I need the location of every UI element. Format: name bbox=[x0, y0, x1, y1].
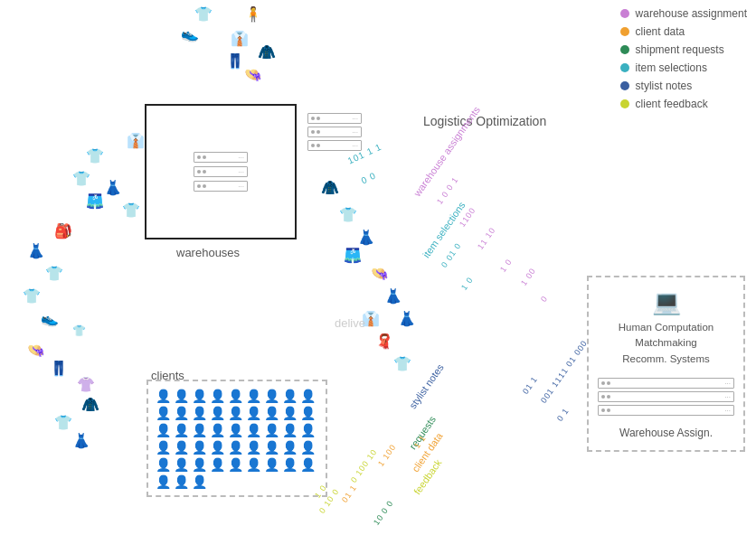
person-icon: 👤 bbox=[192, 423, 207, 437]
hc-server-1: ··· bbox=[598, 378, 734, 389]
mid-clothing-6: 👗 bbox=[384, 289, 402, 304]
binary-9: 0 01 0 bbox=[439, 241, 463, 269]
server-dot bbox=[203, 184, 206, 188]
server-dot bbox=[197, 170, 201, 174]
legend-dot-shipment bbox=[620, 45, 629, 54]
person-icon: 👤 bbox=[246, 389, 261, 403]
diag-stylist-notes: stylist notes bbox=[407, 361, 446, 410]
person-icon: 👤 bbox=[156, 423, 171, 437]
binary-12: 001 1111 01 000 bbox=[539, 338, 590, 404]
clothing-item: 🩳 bbox=[86, 194, 104, 209]
legend: warehouse assignment client data shipmen… bbox=[620, 7, 747, 110]
clients-label: clients bbox=[151, 369, 184, 382]
server-dot bbox=[197, 184, 201, 188]
legend-item-warehouse-assignment: warehouse assignment bbox=[620, 7, 747, 20]
person-icon: 👤 bbox=[264, 423, 279, 437]
clothing-item10: 👖 bbox=[50, 361, 68, 376]
binary-11: 01 1 bbox=[521, 374, 540, 395]
clothing-icon-3: 👟 bbox=[181, 27, 199, 42]
server-row-3: ··· bbox=[194, 181, 248, 192]
binary-5: 11 10 bbox=[476, 226, 497, 251]
legend-dot-warehouse bbox=[620, 9, 629, 18]
person-icon: 👤 bbox=[210, 440, 225, 455]
warehouse-assign-label: Warehouse Assign. bbox=[589, 427, 743, 439]
server-row-2: ··· bbox=[194, 166, 248, 177]
logistics-label: Logistics Optimization bbox=[423, 114, 546, 128]
person-icon: 👤 bbox=[282, 406, 298, 420]
person-icon: 👤 bbox=[282, 389, 298, 403]
legend-dot-item-selections bbox=[620, 63, 629, 72]
clothing-item5: 👕 bbox=[45, 267, 63, 281]
warehouse-label: warehouses bbox=[176, 246, 240, 259]
clothing-item13: 👕 bbox=[54, 416, 72, 430]
hc-box: 💻 Human Computation Matchmaking Recomm. … bbox=[587, 276, 745, 452]
mid-clothing-1: 🧥 bbox=[321, 181, 339, 195]
clothing-item11: 👚 bbox=[77, 378, 95, 392]
person-icon: 👤 bbox=[210, 406, 225, 420]
binary-10: 1 0 bbox=[459, 275, 475, 291]
person-icon: 👤 bbox=[300, 389, 316, 403]
legend-label-item-selections: item selections bbox=[636, 61, 707, 74]
hc-server-group: ··· ··· ··· bbox=[598, 378, 734, 416]
person-icon: 👤 bbox=[228, 440, 243, 455]
legend-label-client-data: client data bbox=[636, 25, 685, 38]
person-icon: 👤 bbox=[192, 474, 207, 489]
person-icon: 👤 bbox=[192, 457, 207, 472]
person-icon: 👤 bbox=[282, 457, 298, 472]
person-grid: 👤👤👤👤👤👤👤👤👤👤👤👤👤👤👤👤👤👤👤👤👤👤👤👤👤👤👤👤👤👤👤👤👤👤👤👤👤👤👤👤… bbox=[148, 381, 326, 496]
person-icon: 👤 bbox=[192, 440, 207, 455]
clothing-item7: 👟 bbox=[41, 312, 59, 326]
person-icon: 👤 bbox=[300, 423, 316, 437]
server-dots: ··· bbox=[238, 154, 244, 162]
legend-label-stylist: stylist notes bbox=[636, 80, 693, 92]
person-icon: 👤 bbox=[192, 406, 207, 420]
person-icon: 👤 bbox=[300, 406, 316, 420]
person-icon: 👤 bbox=[264, 389, 279, 403]
logistics-server-1: ··· bbox=[307, 113, 362, 124]
person-icon: 👤 bbox=[264, 406, 279, 420]
legend-label-warehouse: warehouse assignment bbox=[636, 7, 747, 20]
person-icon: 👤 bbox=[282, 423, 298, 437]
person-icon: 👤 bbox=[210, 457, 225, 472]
clothing-item14: 👗 bbox=[72, 434, 90, 448]
legend-dot-feedback bbox=[620, 99, 629, 108]
diagram: warehouse assignment client data shipmen… bbox=[0, 0, 756, 535]
mid-clothing-8: 🧣 bbox=[375, 334, 393, 349]
clothing-item4: 👗 bbox=[27, 244, 45, 258]
warehouse-servers: ··· ··· ··· bbox=[194, 152, 248, 192]
binary-13: 0 1 bbox=[555, 406, 571, 422]
clothing-icon-1: 👕 bbox=[194, 7, 213, 22]
person-icon: 👤 bbox=[156, 389, 171, 403]
mid-clothing-2: 👕 bbox=[339, 208, 357, 222]
legend-dot-client-data bbox=[620, 27, 629, 36]
server-dot bbox=[197, 155, 201, 159]
binary-18: 01 1 bbox=[340, 483, 359, 503]
person-icon: 👤 bbox=[300, 440, 316, 455]
clothing-item8: 👕 bbox=[72, 325, 86, 336]
clothing-shirt2: 👕 bbox=[72, 172, 90, 186]
clothing-icon-6: 👖 bbox=[226, 54, 244, 69]
person-icon: 👤 bbox=[264, 457, 279, 472]
human-at-computer-icon: 💻 bbox=[589, 277, 743, 316]
logistics-servers: ··· ··· ··· bbox=[307, 113, 362, 151]
mid-clothing-9: 👕 bbox=[393, 357, 411, 371]
server-dot bbox=[203, 170, 206, 174]
hc-label-text: Human Computation Matchmaking Recomm. Sy… bbox=[619, 322, 713, 364]
hc-server-2: ··· bbox=[598, 391, 734, 402]
person-icon: 👤 bbox=[228, 389, 243, 403]
clothing-item9: 👒 bbox=[27, 343, 45, 358]
person-icon: 👤 bbox=[156, 457, 171, 472]
clothing-icon-7: 👒 bbox=[244, 68, 262, 82]
person-icon: 👤 bbox=[228, 457, 243, 472]
clothing-tie: 👔 bbox=[127, 134, 145, 148]
clothing-icon-2: 🧍 bbox=[244, 7, 262, 22]
legend-item-item-selections: item selections bbox=[620, 61, 747, 74]
binary-16: 0 100 10 bbox=[349, 447, 379, 484]
binary-15: 1 100 bbox=[376, 443, 398, 468]
legend-item-client-data: client data bbox=[620, 25, 747, 38]
person-icon: 👤 bbox=[210, 389, 225, 403]
binary-20: 10 0 0 bbox=[372, 499, 395, 527]
server-dot bbox=[203, 155, 206, 159]
binary-7: 1 00 bbox=[519, 266, 538, 286]
server-dots: ··· bbox=[238, 183, 244, 191]
